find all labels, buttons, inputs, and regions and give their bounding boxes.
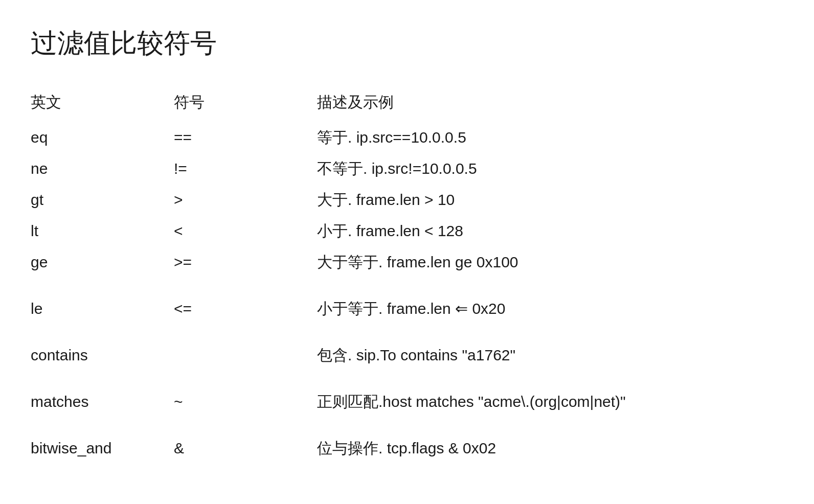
table-row: eq == 等于. ip.src==10.0.0.5 [31,122,783,153]
table-row: matches ~ 正则匹配.host matches "acme\.(org|… [31,386,783,418]
row-symbol: > [174,191,317,209]
row-description: 大于. frame.len > 10 [317,190,783,211]
row-description: 小于. frame.len < 128 [317,221,783,242]
row-description: 等于. ip.src==10.0.0.5 [317,127,783,148]
row-english: ne [31,160,174,177]
row-symbol: <= [174,300,317,317]
table-row: ge >= 大于等于. frame.len ge 0x100 [31,247,783,278]
comparison-table: 英文 符号 描述及示例 eq == 等于. ip.src==10.0.0.5 n… [31,87,783,464]
spacer [31,371,783,386]
table-row: lt < 小于. frame.len < 128 [31,216,783,247]
row-english: ge [31,254,174,271]
header-description: 描述及示例 [317,92,783,113]
table-row: le <= 小于等于. frame.len ⇐ 0x20 [31,293,783,325]
row-english: matches [31,393,174,410]
row-symbol: >= [174,254,317,271]
spacer [31,418,783,433]
row-description: 包含. sip.To contains "a1762" [317,345,783,366]
table-row: ne != 不等于. ip.src!=10.0.0.5 [31,153,783,185]
row-description: 位与操作. tcp.flags & 0x02 [317,438,783,459]
row-english: bitwise_and [31,440,174,457]
row-description: 小于等于. frame.len ⇐ 0x20 [317,299,783,319]
row-symbol: < [174,222,317,240]
row-english: lt [31,222,174,240]
header-english: 英文 [31,92,174,113]
spacer [31,278,783,293]
header-symbol: 符号 [174,92,317,113]
row-symbol: == [174,129,317,146]
table-row: contains 包含. sip.To contains "a1762" [31,340,783,371]
page-title: 过滤值比较符号 [31,26,783,61]
row-english: le [31,300,174,317]
row-symbol: & [174,440,317,457]
row-symbol: != [174,160,317,177]
row-english: eq [31,129,174,146]
row-description: 不等于. ip.src!=10.0.0.5 [317,158,783,179]
row-description: 大于等于. frame.len ge 0x100 [317,252,783,273]
row-english: gt [31,191,174,209]
table-row: gt > 大于. frame.len > 10 [31,185,783,216]
spacer [31,325,783,340]
row-symbol: ~ [174,393,317,410]
row-description: 正则匹配.host matches "acme\.(org|com|net)" [317,392,783,413]
table-header: 英文 符号 描述及示例 [31,87,783,118]
table-row: bitwise_and & 位与操作. tcp.flags & 0x02 [31,433,783,464]
row-english: contains [31,347,174,364]
